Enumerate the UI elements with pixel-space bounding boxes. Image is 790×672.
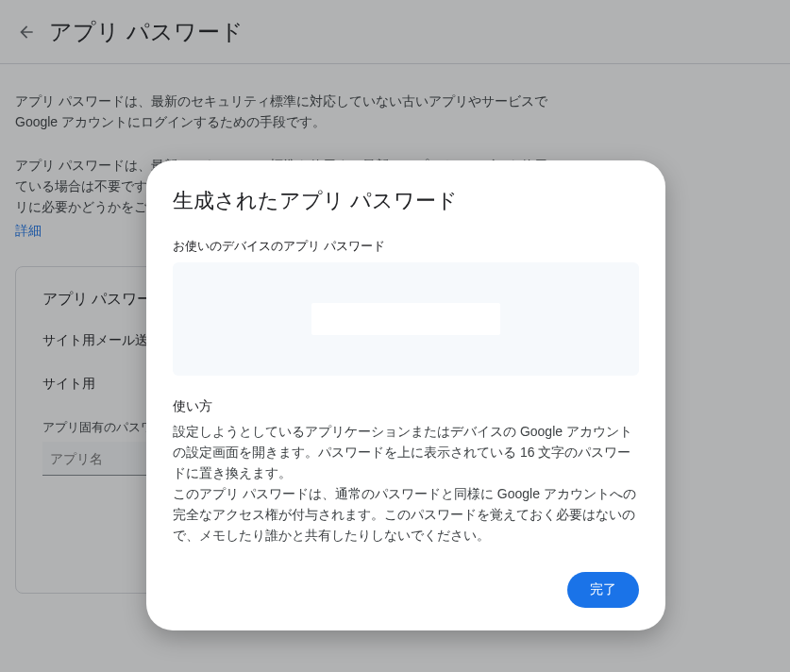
- generated-password-value[interactable]: [311, 303, 500, 335]
- generated-password-box: [173, 262, 639, 376]
- howto-title: 使い方: [173, 398, 639, 415]
- generated-password-dialog: 生成されたアプリ パスワード お使いのデバイスのアプリ パスワード 使い方 設定…: [146, 160, 665, 630]
- done-button[interactable]: 完了: [567, 572, 639, 608]
- howto-body: 設定しようとしているアプリケーションまたはデバイスの Google アカウントの…: [173, 421, 639, 546]
- dialog-subtitle: お使いのデバイスのアプリ パスワード: [173, 238, 639, 255]
- dialog-title: 生成されたアプリ パスワード: [173, 187, 639, 215]
